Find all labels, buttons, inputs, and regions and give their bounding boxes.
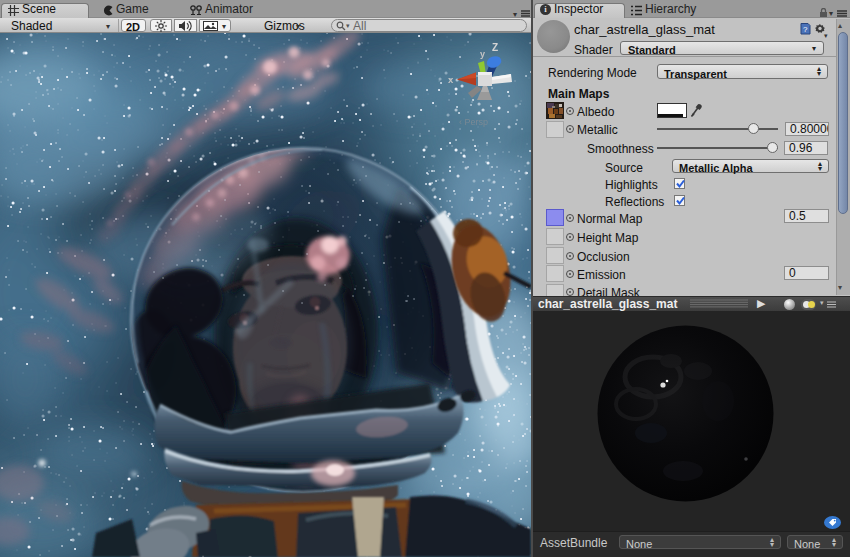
svg-text:y: y: [480, 49, 485, 59]
svg-text:?: ?: [803, 25, 808, 34]
svg-text:x: x: [448, 74, 454, 85]
svg-text:‹ Persp: ‹ Persp: [459, 117, 488, 127]
svg-text:Z: Z: [492, 42, 498, 53]
